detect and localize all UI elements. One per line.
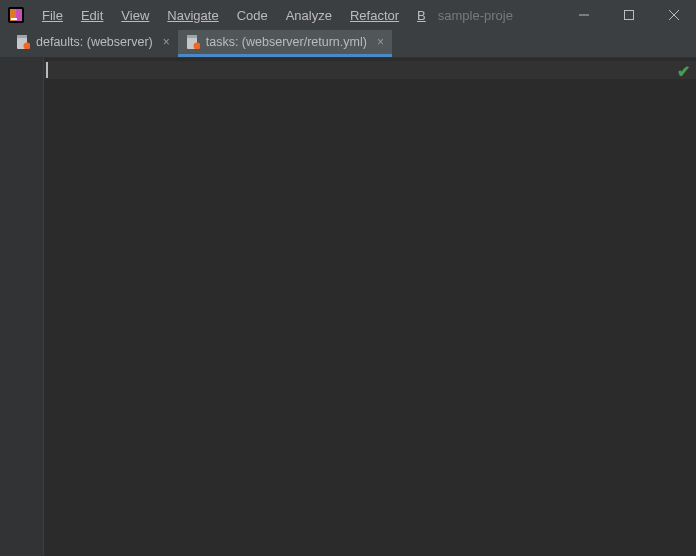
window-controls [561,0,696,30]
menu-build-label: B [417,8,426,23]
titlebar: File Edit View Navigate Code Analyze Ref… [0,0,696,30]
menu-edit-label: Edit [81,8,103,23]
menu-navigate[interactable]: Navigate [159,4,226,27]
menu-code[interactable]: Code [229,4,276,27]
checkmark-icon: ✔ [677,63,690,80]
tab-label: tasks: (webserver/return.yml) [206,35,367,49]
analysis-status[interactable]: ✔ [677,62,690,81]
close-button[interactable] [651,0,696,30]
tab-tasks-return-yml[interactable]: tasks: (webserver/return.yml) × [178,30,392,57]
current-line-highlight [44,61,696,79]
app-icon [8,7,24,23]
menu-analyze-label: Analyze [286,8,332,23]
code-editor[interactable]: ✔ [44,58,696,556]
text-cursor [46,62,48,78]
menu-analyze[interactable]: Analyze [278,4,340,27]
svg-rect-3 [11,18,17,20]
menu-refactor-label: Refactor [350,8,399,23]
menu-view[interactable]: View [113,4,157,27]
menu-code-label: Code [237,8,268,23]
editor-gutter[interactable] [0,58,44,556]
tab-close-button[interactable]: × [163,36,170,48]
menu-view-label: View [121,8,149,23]
yaml-file-icon [186,35,200,49]
maximize-button[interactable] [606,0,651,30]
tab-label: defaults: (webserver) [36,35,153,49]
tab-close-button[interactable]: × [377,36,384,48]
menu-file[interactable]: File [34,4,71,27]
project-name: sample-proje [438,8,513,23]
editor-area: ✔ [0,58,696,556]
close-icon [669,10,679,20]
menu-refactor[interactable]: Refactor [342,4,407,27]
yaml-file-icon [16,35,30,49]
svg-rect-9 [17,35,27,38]
minimize-icon [579,10,589,20]
minimize-button[interactable] [561,0,606,30]
tab-bar: defaults: (webserver) × tasks: (webserve… [0,30,696,58]
menu-navigate-label: Navigate [167,8,218,23]
svg-rect-5 [624,11,633,20]
menu-edit[interactable]: Edit [73,4,111,27]
tab-defaults-webserver[interactable]: defaults: (webserver) × [8,30,178,57]
menu-file-label: File [42,8,63,23]
menu-bar: File Edit View Navigate Code Analyze Ref… [34,4,561,27]
maximize-icon [624,10,634,20]
menu-build[interactable]: B [409,4,434,27]
svg-rect-12 [187,35,197,38]
